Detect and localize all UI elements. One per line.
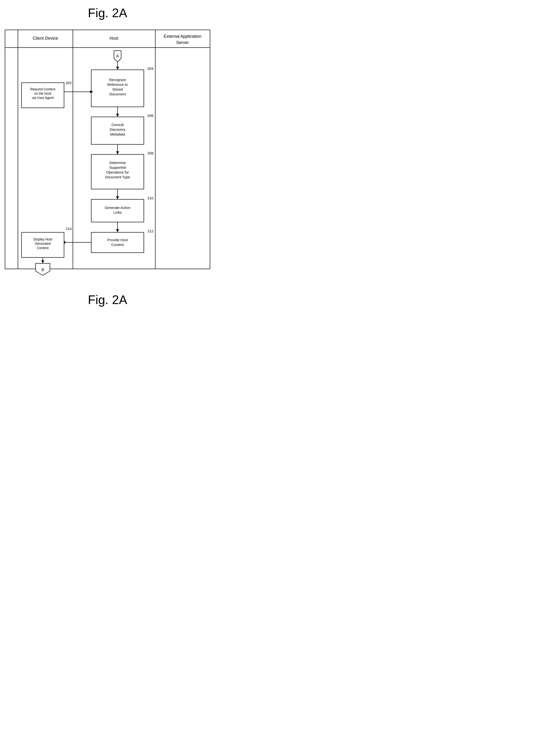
- svg-text:202: 202: [66, 81, 72, 85]
- svg-text:Recognize: Recognize: [109, 78, 126, 82]
- svg-text:Supported: Supported: [109, 165, 126, 170]
- svg-text:Display Host: Display Host: [33, 237, 52, 241]
- full-diagram: Client Device Host External Application …: [5, 30, 210, 288]
- svg-text:Client Device: Client Device: [33, 36, 58, 40]
- svg-text:A: A: [116, 54, 119, 58]
- svg-text:Stored: Stored: [112, 87, 123, 91]
- svg-text:Determine: Determine: [109, 161, 126, 165]
- svg-text:Content: Content: [37, 246, 49, 250]
- svg-text:Document: Document: [110, 92, 126, 96]
- main-diagram-svg: Client Device Host External Application …: [5, 30, 210, 288]
- svg-text:via User Agent: via User Agent: [32, 96, 54, 100]
- svg-text:Consult: Consult: [112, 123, 124, 127]
- svg-text:B: B: [41, 268, 44, 272]
- svg-text:Operations for: Operations for: [106, 170, 129, 174]
- svg-text:Generate Action: Generate Action: [105, 206, 130, 210]
- svg-text:Metadata: Metadata: [110, 132, 125, 136]
- fig-caption: Fig. 2A: [88, 6, 127, 20]
- svg-text:210: 210: [147, 196, 153, 200]
- svg-text:Host: Host: [110, 36, 118, 40]
- svg-text:Request Content: Request Content: [30, 87, 55, 91]
- svg-text:Generated: Generated: [35, 242, 51, 246]
- svg-text:212: 212: [147, 229, 153, 233]
- svg-text:204: 204: [147, 66, 153, 70]
- svg-text:Server: Server: [176, 40, 189, 45]
- svg-text:on the Host: on the Host: [34, 91, 51, 95]
- svg-text:Provide Host: Provide Host: [107, 238, 128, 242]
- svg-text:206: 206: [147, 114, 153, 118]
- svg-text:208: 208: [147, 151, 153, 155]
- svg-text:Document Type: Document Type: [105, 175, 130, 179]
- fig-label: Fig. 2A: [88, 293, 127, 307]
- main-wrapper: Client Device Host External Application …: [0, 25, 215, 314]
- svg-text:Reference to: Reference to: [107, 83, 128, 87]
- svg-text:External Application: External Application: [164, 34, 201, 39]
- svg-text:Links: Links: [113, 210, 122, 214]
- svg-text:Content: Content: [111, 242, 124, 247]
- svg-text:Discovery: Discovery: [110, 127, 125, 132]
- svg-text:214: 214: [66, 227, 72, 231]
